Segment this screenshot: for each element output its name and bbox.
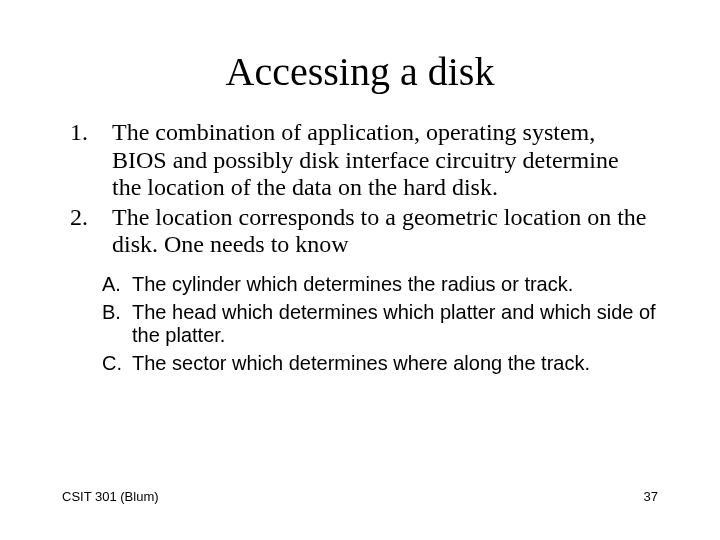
slide-title: Accessing a disk bbox=[0, 0, 720, 119]
lettered-sublist: A. The cylinder which determines the rad… bbox=[0, 273, 720, 375]
list-marker: B. bbox=[102, 301, 132, 348]
list-marker: 1. bbox=[70, 119, 112, 202]
slide-footer: CSIT 301 (Blum) 37 bbox=[62, 489, 658, 504]
list-item: 1. The combination of application, opera… bbox=[70, 119, 650, 202]
slide: Accessing a disk 1. The combination of a… bbox=[0, 0, 720, 540]
footer-left: CSIT 301 (Blum) bbox=[62, 489, 159, 504]
list-text: The head which determines which platter … bbox=[132, 301, 660, 348]
list-item: C. The sector which determines where alo… bbox=[102, 352, 660, 376]
list-text: The cylinder which determines the radius… bbox=[132, 273, 660, 297]
list-text: The combination of application, operatin… bbox=[112, 119, 650, 202]
slide-number: 37 bbox=[644, 489, 658, 504]
list-marker: C. bbox=[102, 352, 132, 376]
list-marker: 2. bbox=[70, 204, 112, 259]
list-marker: A. bbox=[102, 273, 132, 297]
list-item: A. The cylinder which determines the rad… bbox=[102, 273, 660, 297]
list-text: The location corresponds to a geometric … bbox=[112, 204, 650, 259]
numbered-list: 1. The combination of application, opera… bbox=[0, 119, 720, 259]
list-item: 2. The location corresponds to a geometr… bbox=[70, 204, 650, 259]
list-item: B. The head which determines which platt… bbox=[102, 301, 660, 348]
list-text: The sector which determines where along … bbox=[132, 352, 660, 376]
